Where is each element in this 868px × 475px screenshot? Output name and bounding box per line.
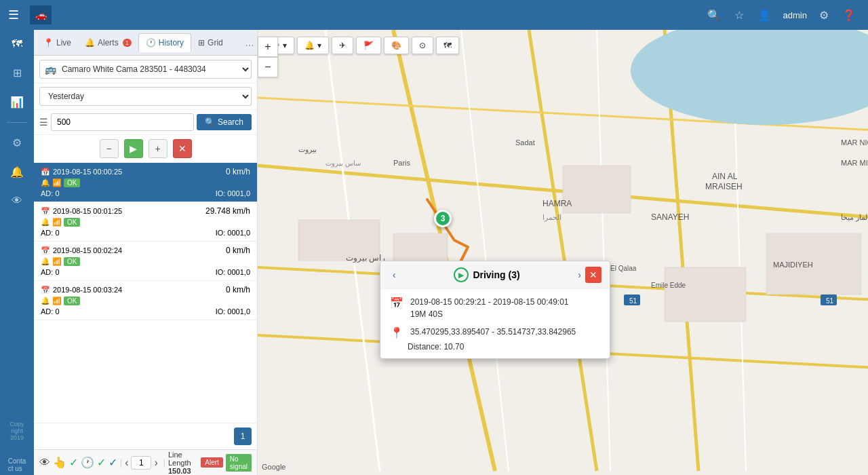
sidebar-settings-icon[interactable]: ⚙ — [9, 134, 24, 152]
backward-button[interactable]: − — [100, 139, 119, 158]
svg-text:MRAISEH: MRAISEH — [705, 182, 743, 191]
bell-icon-4: 🔔 — [41, 297, 50, 305]
stop-button[interactable]: ✕ — [173, 139, 192, 158]
track-item-3[interactable]: 📅 2019-08-15 00:02:24 0 km/h 🔔 📶 OK AD: … — [34, 242, 257, 281]
svg-text:Emile Edde: Emile Edde — [651, 282, 686, 289]
prev-page-btn[interactable]: ‹ — [125, 457, 128, 469]
popup-close-button[interactable]: ✕ — [585, 267, 601, 283]
next-page-btn[interactable]: › — [154, 457, 157, 469]
status-badge-4: OK — [64, 297, 80, 305]
panel-tab-more[interactable]: … — [245, 37, 254, 48]
svg-text:Sadat: Sadat — [515, 138, 535, 147]
filter-eye-icon[interactable]: 👁 — [39, 457, 50, 469]
date-row: Yesterday Today Custom — [34, 83, 257, 110]
ad-value-4: AD: 0 — [41, 307, 60, 316]
zoom-in-button[interactable]: + — [258, 37, 278, 57]
location-tool-btn[interactable]: ⊙ — [412, 37, 433, 54]
popup-distance: Distance: 10.70 — [390, 342, 600, 352]
track-item-4[interactable]: 📅 2019-08-15 00:03:24 0 km/h 🔔 📶 OK AD: … — [34, 281, 257, 320]
map-marker-3[interactable]: 3 — [434, 210, 454, 230]
popup-next-button[interactable]: › — [574, 268, 585, 282]
track-speed-3: 0 km/h — [226, 246, 250, 255]
search-button[interactable]: 🔍 Search — [197, 114, 252, 130]
popup-calendar-icon: 📅 — [390, 297, 403, 309]
svg-text:MAJIDIYEH: MAJIDIYEH — [773, 261, 813, 269]
filter-green-check[interactable]: ✓ — [97, 456, 106, 469]
hamburger-icon[interactable]: ☰ — [8, 7, 19, 22]
popup-duration: 19M 40S — [410, 308, 569, 320]
track-datetime-1: 2019-08-15 00:00:25 — [53, 168, 122, 176]
filter-check-icon[interactable]: ✓ — [69, 456, 78, 469]
date-selector[interactable]: Yesterday Today Custom — [39, 87, 252, 106]
list-view-icon[interactable]: ☰ — [39, 117, 48, 128]
search-input[interactable] — [51, 113, 194, 131]
pagination-row: 1 — [34, 423, 257, 449]
line-length-label: Line Length 150.03 — [168, 451, 198, 475]
track-item-1[interactable]: 📅 2019-08-15 00:00:25 0 km/h 🔔 📶 OK AD: … — [34, 163, 257, 202]
bell-tool-icon: 🔔 — [304, 41, 315, 50]
svg-text:الحمرا: الحمرا — [542, 213, 561, 222]
track-speed-1: 0 km/h — [226, 167, 250, 176]
svg-rect-18 — [665, 267, 746, 322]
settings-nav-icon[interactable]: ⚙ — [819, 9, 829, 22]
tab-live[interactable]: 📍 Live — [37, 34, 78, 52]
driving-icon: ▶ — [454, 267, 469, 282]
ad-value-2: AD: 0 — [41, 229, 60, 237]
live-icon: 📍 — [43, 38, 54, 48]
sidebar-alert-icon[interactable]: 🔔 — [7, 163, 26, 181]
tab-history[interactable]: 🕐 History — [138, 33, 191, 52]
sidebar-contact-icon[interactable]: Contact us — [5, 455, 29, 475]
bottom-bar: 👁 👆 ✓ 🕐 ✓ ✓ | ‹ › | Line Length 150.03 A… — [34, 449, 257, 475]
sidebar-map-icon[interactable]: 🗺 — [9, 35, 25, 53]
io-value-1: IO: 0001,0 — [216, 189, 250, 197]
send-tool-btn[interactable]: ✈ — [332, 37, 353, 54]
forward-button[interactable]: + — [149, 139, 167, 158]
playback-row: − ▶ + ✕ — [34, 135, 257, 163]
status-badge-2: OK — [64, 218, 80, 227]
bell-tool-btn[interactable]: 🔔 ▾ — [297, 37, 329, 54]
map-container[interactable]: راس بيروت HAMRA الحمرا SANAYEH Paris AIN… — [258, 30, 868, 475]
calendar-icon-3: 📅 — [41, 246, 50, 255]
page-input[interactable] — [131, 456, 151, 470]
popup-datetime-row: 📅 2019-08-15 00:29:21 - 2019-08-15 00:49… — [390, 296, 600, 320]
io-value-3: IO: 0001,0 — [216, 268, 250, 276]
send-tool-icon: ✈ — [339, 41, 346, 50]
admin-label: admin — [783, 10, 807, 20]
sidebar-grid-icon[interactable]: ⊞ — [10, 64, 24, 82]
tab-history-label: History — [159, 38, 184, 48]
track-item-2[interactable]: 📅 2019-08-15 00:01:25 29.748 km/h 🔔 📶 OK… — [34, 202, 257, 242]
search-nav-icon[interactable]: 🔍 — [707, 9, 721, 22]
svg-text:MAR NICOLAS: MAR NICOLAS — [841, 138, 868, 147]
vehicle-selector[interactable]: Camaro White Cama 283501 - 4483034 — [39, 60, 252, 79]
popup-prev-button[interactable]: ‹ — [389, 268, 400, 282]
signal-bars-1: 📶 — [52, 178, 62, 187]
help-nav-icon[interactable]: ❓ — [842, 9, 856, 22]
zoom-out-button[interactable]: − — [258, 57, 278, 77]
filter-hand-icon[interactable]: 👆 — [53, 456, 66, 469]
palette-tool-btn[interactable]: 🎨 — [384, 37, 409, 54]
tab-alerts[interactable]: 🔔 Alerts 1 — [78, 34, 138, 52]
star-nav-icon[interactable]: ☆ — [734, 9, 744, 22]
filter-blue-check[interactable]: ✓ — [108, 456, 117, 469]
layers-tool-btn[interactable]: 🗺 — [436, 37, 459, 54]
flag-tool-btn[interactable]: 🚩 — [356, 37, 381, 54]
calendar-icon-1: 📅 — [41, 168, 50, 176]
alerts-badge: 1 — [123, 39, 132, 47]
page-button-1[interactable]: 1 — [234, 428, 252, 445]
sidebar-chart-icon[interactable]: 📊 — [7, 93, 26, 111]
search-row: ☰ 🔍 Search — [34, 110, 257, 135]
calendar-icon-4: 📅 — [41, 286, 50, 294]
sidebar-eye-icon[interactable]: 👁 — [9, 192, 25, 210]
filter-clock-icon[interactable]: 🕐 — [81, 456, 94, 469]
left-sidebar: 🗺 ⊞ 📊 ⚙ 🔔 👁 Copyright2019 Contact us — [0, 30, 34, 475]
tab-live-label: Live — [56, 38, 71, 48]
main-layout: 🗺 ⊞ 📊 ⚙ 🔔 👁 Copyright2019 Contact us 📍 L… — [0, 30, 868, 475]
play-button[interactable]: ▶ — [124, 139, 143, 158]
track-datetime-3: 2019-08-15 00:02:24 — [53, 246, 122, 254]
status-badge-1: OK — [64, 178, 80, 187]
filter-sep-2: | — [163, 458, 165, 468]
logo-box: 🚗 — [30, 5, 52, 24]
svg-text:51: 51 — [629, 297, 637, 305]
tab-grid[interactable]: ⊞ Grid — [191, 34, 230, 52]
popup-coords-row: 📍 35.470295,33.895407 - 35.514737,33.842… — [390, 326, 600, 339]
